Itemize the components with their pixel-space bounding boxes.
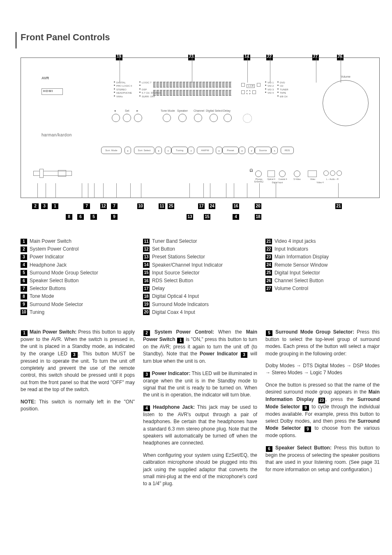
body-text: 1 Main Power Switch: Press this button t… bbox=[21, 329, 380, 493]
legend: 1Main Power Switch 2System Power Control… bbox=[21, 237, 380, 316]
section-title: Front Panel Controls bbox=[21, 32, 380, 43]
front-panel-diagram: AVR HDMI harman/kardon DIGITAL PRO LOGIC… bbox=[21, 58, 380, 198]
